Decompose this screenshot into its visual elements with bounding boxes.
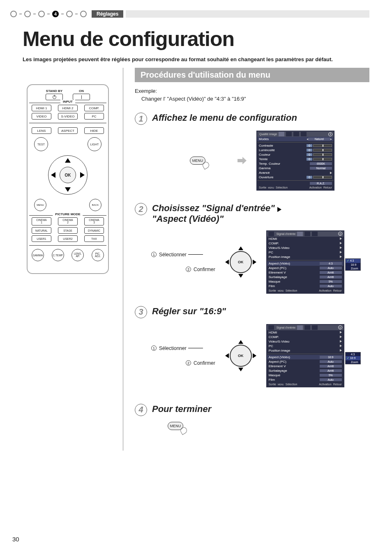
popup-option: 16:9 [351, 263, 357, 266]
arrow-right-icon [238, 157, 247, 164]
remote-svideo-button[interactable]: S-VIDEO [58, 113, 78, 120]
osd-row-label: Position image [269, 255, 342, 259]
remote-picadj-button[interactable]: PIC. ADJ. [92, 249, 104, 261]
step-2-title: Choisissez "Signal d'entrée" "Aspect (Vi… [152, 203, 281, 225]
osd-row-value: Auto [320, 285, 342, 288]
osd-tab-icon [268, 232, 274, 236]
osd-tab-icon [304, 325, 310, 330]
remote-natural-button[interactable]: NATURAL [32, 227, 51, 234]
osd-row-label: Contraste [259, 144, 307, 147]
remote-back-button[interactable]: BACK [89, 199, 101, 211]
osd-row-value: R.A.Z. [310, 182, 332, 185]
osd-row-label: Temp. Couleur [259, 162, 310, 166]
select-label: Sélectionner [159, 345, 187, 351]
osd-aspect-popup: 4:3 16:9 Zoom [345, 352, 361, 364]
osd-row-value: Arrêt [320, 369, 342, 372]
osd-tab-icon [297, 232, 303, 236]
breadcrumb-step-2 [24, 11, 31, 17]
step-sub-1-icon: 1 [151, 252, 157, 257]
remote-dpad[interactable]: OK [47, 154, 88, 196]
osd-row-value: 0 [307, 158, 312, 161]
arrow-up-icon [238, 340, 243, 344]
confirm-label: Confirmer [194, 360, 215, 366]
popup-option: 16:9 [350, 357, 356, 359]
osd-row-label: Film [269, 284, 320, 288]
remote-menu-button[interactable]: MENU [34, 199, 46, 211]
remote-dynamic-button[interactable]: DYNAMIC [84, 227, 104, 234]
osd-foot-activate: Activation [319, 383, 331, 386]
chevron-right-icon [340, 242, 342, 244]
remote-light-button[interactable]: LIGHT [88, 137, 101, 151]
remote-hdmi1-button[interactable]: HDMI 1 [32, 105, 51, 111]
osd-foot-exit-sub: MENU [278, 383, 284, 386]
remote-comp-button[interactable]: COMP. [84, 105, 104, 111]
osd-row-label: Aspect (PC) [269, 360, 320, 364]
osd-tab-label: Qualité image [258, 133, 277, 136]
osd-tab-label: Signal d'entrée [276, 232, 295, 235]
remote-user1-button[interactable]: USER1 [32, 235, 51, 242]
osd-tab-icon [312, 232, 318, 236]
page-intro: Les images projetées peuvent être réglée… [23, 56, 360, 62]
osd-foot-exit: Sortie [269, 383, 276, 386]
remote-gamma-button[interactable]: GAMMA [32, 249, 44, 261]
osd-row-value: 6500K [310, 162, 332, 165]
remote-user2-button[interactable]: USER2 [58, 235, 78, 242]
remote-aspect-button[interactable]: ASPECT [58, 127, 78, 134]
osd-row-value: 0 [307, 144, 312, 147]
arrow-down-icon [65, 187, 71, 192]
example-text: Changer l' "Aspect (Vidéo)" de "4:3" à "… [141, 96, 369, 102]
remote-lens-button[interactable]: LENS [32, 127, 51, 134]
osd-row-value: Naturel [308, 138, 330, 140]
remote-cinema1-button[interactable]: CINEMA 1 [32, 217, 51, 226]
osd-row-value: Auto [320, 360, 342, 363]
arrow-right-icon [253, 260, 256, 265]
remote-lensap-button[interactable]: LENS. AP. [71, 249, 84, 261]
osd-row-value: Arrêt [320, 271, 342, 274]
chevron-right-icon [340, 246, 342, 249]
chevron-right-icon [340, 331, 342, 334]
slider-icon [313, 176, 332, 179]
remote-test-button[interactable]: TEST [34, 137, 48, 151]
arrow-up-icon [238, 246, 243, 250]
remote-on-button[interactable] [73, 94, 90, 100]
step-3-number: 3 [135, 306, 147, 318]
step-sub-1-icon: 1 [151, 345, 157, 351]
osd-row-value: 4:3 [320, 262, 342, 265]
osd-row-value: Normal [310, 167, 332, 170]
osd-tab-icon [286, 132, 292, 136]
remote-ok-button[interactable]: OK [60, 167, 76, 183]
remote-video-button[interactable]: VIDEO [32, 113, 51, 120]
osd-input-signal-updated: Signal d'entrée i HDMI COMP. Video/S-Vid… [266, 324, 344, 387]
remote-standby-button[interactable] [46, 94, 63, 100]
osd-row-label: COMP. [269, 242, 342, 245]
arrow-left-icon [51, 172, 55, 178]
remote-pc-button[interactable]: PC [84, 113, 104, 120]
remote-ctemp-button[interactable]: C.TEMP [52, 249, 64, 261]
popup-option: Zoom [351, 267, 358, 270]
page-number: 30 [12, 536, 19, 543]
remote-stage-button[interactable]: STAGE [58, 227, 78, 234]
remote-cinema3-button[interactable]: CINEMA 3 [84, 217, 104, 226]
popup-option: 4:3 [350, 259, 354, 262]
osd-row-value: 0 [307, 149, 312, 152]
ok-label: OK [230, 345, 252, 367]
arrow-right-icon [277, 207, 281, 212]
slider-icon [313, 149, 332, 152]
breadcrumb-connector [33, 14, 36, 14]
remote-cinema2-button[interactable]: CINEMA 2 [58, 217, 78, 226]
osd-row-label: Gamma [259, 166, 310, 170]
section-heading: Procédures d'utilisation du menu [135, 68, 369, 82]
osd-picture-quality: Qualité image i Modes◂Naturel▸ Contraste… [256, 131, 334, 191]
osd-foot-back: Retour [323, 186, 332, 189]
osd-row-label: Masque [269, 373, 320, 377]
remote-hide-button[interactable]: HIDE [84, 127, 104, 134]
osd-tab-icon [297, 325, 303, 330]
slider-icon [313, 158, 332, 161]
osd-row-label: PC [269, 251, 342, 254]
step-1-title: Affichez le menu de configuration [152, 113, 297, 123]
osd-row-label: Avancé [259, 171, 332, 175]
remote-thx-button[interactable]: THX [84, 235, 104, 242]
info-icon: i [338, 232, 342, 236]
osd-input-signal: Signal d'entrée i HDMI COMP. Video/S-Vid… [266, 230, 344, 294]
remote-hdmi2-button[interactable]: HDMI 2 [58, 105, 78, 111]
